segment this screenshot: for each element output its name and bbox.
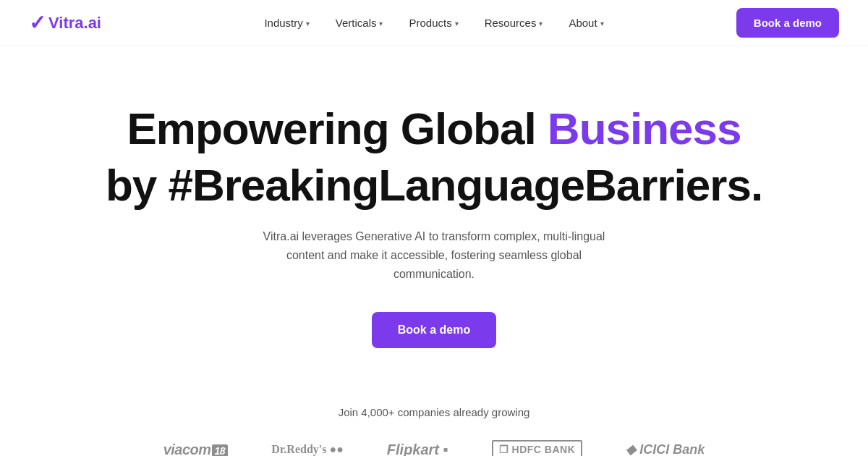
book-demo-header-button[interactable]: Book a demo xyxy=(736,8,839,38)
brand-logo-drreddy: Dr.Reddy's ●● xyxy=(271,443,344,456)
brand-logo-viacom: viacom18 xyxy=(163,442,229,456)
book-demo-hero-button[interactable]: Book a demo xyxy=(372,312,496,348)
chevron-down-icon: ▾ xyxy=(455,20,459,28)
hero-description: Vitra.ai leverages Generative AI to tran… xyxy=(246,227,622,283)
brand-logo-icici: ◆ ICICI Bank xyxy=(626,442,705,456)
chevron-down-icon: ▾ xyxy=(600,20,604,28)
logo-icon: ✓ xyxy=(29,13,46,33)
nav-item-industry[interactable]: Industry ▾ xyxy=(254,11,319,35)
nav-item-verticals[interactable]: Verticals ▾ xyxy=(326,11,393,35)
nav-item-products[interactable]: Products ▾ xyxy=(399,11,468,35)
header: ✓ Vitra.ai Industry ▾ Verticals ▾ Produc… xyxy=(0,0,868,46)
chevron-down-icon: ▾ xyxy=(379,20,383,28)
social-proof-section: Join 4,000+ companies already growing vi… xyxy=(0,384,868,456)
hero-headline-line2: by #BreakingLanguageBarriers. xyxy=(106,161,762,210)
logo-text: Vitra.ai xyxy=(48,14,101,33)
brand-logo-flipkart: Flipkart ▪ xyxy=(387,442,448,456)
logo[interactable]: ✓ Vitra.ai xyxy=(29,13,101,33)
brand-logo-hdfc: ❐ HDFC BANK xyxy=(492,440,583,456)
brand-logos-row: viacom18 Dr.Reddy's ●● Flipkart ▪ ❐ HDFC… xyxy=(29,440,839,456)
nav-item-about[interactable]: About ▾ xyxy=(558,11,613,35)
social-proof-text: Join 4,000+ companies already growing xyxy=(339,406,530,418)
nav-item-resources[interactable]: Resources ▾ xyxy=(475,11,553,35)
chevron-down-icon: ▾ xyxy=(539,20,542,28)
hero-section: Empowering Global Business by #BreakingL… xyxy=(0,46,868,384)
chevron-down-icon: ▾ xyxy=(306,20,310,28)
hero-headline-line1: Empowering Global Business xyxy=(127,104,741,153)
main-nav: Industry ▾ Verticals ▾ Products ▾ Resour… xyxy=(254,11,613,35)
